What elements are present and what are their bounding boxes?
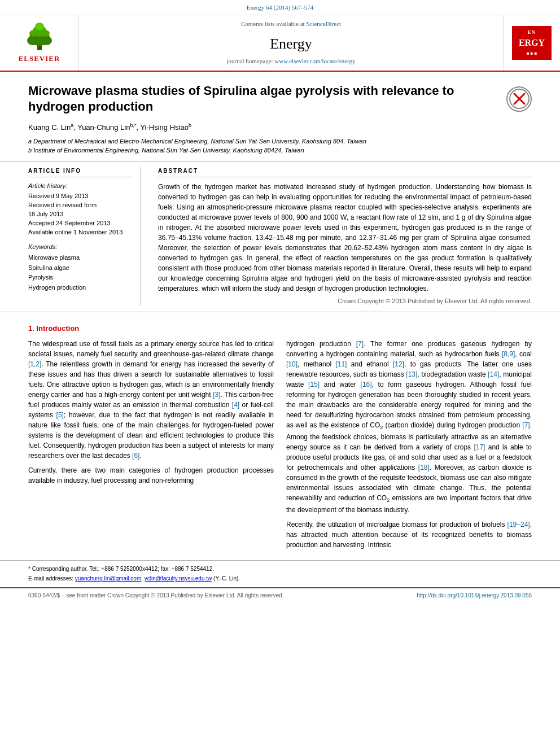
journal-bar: Energy 64 (2014) 567–574: [0, 0, 560, 15]
footer-doi[interactable]: http://dx.doi.org/10.1016/j.energy.2013.…: [417, 592, 532, 600]
two-col-section: ARTICLE INFO Article history: Received 9…: [0, 161, 560, 312]
abstract-title: ABSTRACT: [158, 167, 532, 178]
corresponding-footnote: * Corresponding author. Tel.: +886 7 525…: [28, 565, 532, 574]
abstract-text: Growth of the hydrogen market has motiva…: [158, 182, 532, 294]
svg-point-5: [29, 30, 38, 37]
energy-badge: EN ERGY ■ ■ ■: [512, 26, 552, 60]
history-label: Article history:: [28, 182, 133, 191]
page: Energy 64 (2014) 567–574 ELSEVIER: [0, 0, 560, 747]
email1-link[interactable]: yuanchung.lin@gmail.com: [75, 575, 141, 582]
header-center: Contents lists available at ScienceDirec…: [79, 15, 504, 71]
keyword-3: Pyrolysis: [28, 273, 133, 283]
copyright-line: Crown Copyright © 2013 Published by Else…: [158, 297, 532, 306]
received-date: Received 9 May 2013: [28, 192, 133, 201]
affiliations: a Department of Mechanical and Electro-M…: [28, 137, 497, 155]
journal-citation: Energy 64 (2014) 567–574: [247, 4, 314, 11]
crossmark-icon: [509, 88, 530, 110]
available-date: Available online 1 November 2013: [28, 228, 133, 237]
journal-homepage: journal homepage: www.elsevier.com/locat…: [226, 57, 355, 66]
revised-date: 18 July 2013: [28, 210, 133, 219]
affiliation-b: b Institute of Environmental Engineering…: [28, 146, 497, 155]
elsevier-wordmark: ELSEVIER: [19, 54, 60, 64]
svg-point-6: [41, 30, 50, 37]
col2-para2: Recently, the utilization of microalgae …: [286, 519, 532, 550]
header-section: ELSEVIER Contents lists available at Sci…: [0, 15, 560, 72]
received-revised-label: Received in revised form: [28, 201, 133, 210]
email2-link[interactable]: yclin@faculty.nsysu.edu.tw: [145, 575, 212, 582]
email-footnote: E-mail addresses: yuanchung.lin@gmail.co…: [28, 575, 532, 583]
col1-para1: The widespread use of fossil fuels as a …: [28, 339, 274, 461]
article-info-column: ARTICLE INFO Article history: Received 9…: [28, 167, 141, 306]
main-body: 1. Introduction The widespread use of fo…: [0, 312, 560, 560]
keywords-list: Microwave plasma Spirulina algae Pyrolys…: [28, 253, 133, 292]
authors-line: Kuang C. Lina, Yuan-Chung Linb,*, Yi-Hsi…: [28, 122, 497, 133]
col2-para1: hydrogen production [7]. The former one …: [286, 339, 532, 515]
article-title: Microwave plasma studies of Spirulina al…: [28, 83, 497, 115]
footer-bar: 0360-5442/$ – see front matter Crown Cop…: [0, 587, 560, 604]
svg-point-7: [35, 23, 44, 30]
homepage-link[interactable]: www.elsevier.com/locate/energy: [274, 58, 355, 64]
keyword-2: Spirulina algae: [28, 263, 133, 273]
article-title-section: Microwave plasma studies of Spirulina al…: [0, 72, 560, 161]
body-col-left: The widespread use of fossil fuels as a …: [28, 339, 274, 554]
header-left: ELSEVIER: [0, 15, 79, 71]
crossmark-badge[interactable]: [506, 86, 532, 112]
keywords-label: Keywords:: [28, 243, 133, 252]
sciencedirect-link[interactable]: ScienceDirect: [306, 20, 341, 27]
abstract-column: ABSTRACT Growth of the hydrogen market h…: [152, 167, 532, 306]
keyword-1: Microwave plasma: [28, 253, 133, 263]
email-label: E-mail addresses:: [28, 575, 73, 582]
section1-title: 1. Introduction: [28, 324, 532, 334]
svg-point-2: [27, 36, 38, 45]
footnotes-area: * Corresponding author. Tel.: +886 7 525…: [0, 560, 560, 587]
footer-issn: 0360-5442/$ – see front matter Crown Cop…: [28, 592, 284, 600]
elsevier-logo: ELSEVIER: [17, 21, 62, 64]
article-info-title: ARTICLE INFO: [28, 167, 133, 178]
svg-point-3: [41, 36, 52, 45]
keyword-4: Hydrogen production: [28, 283, 133, 293]
col1-para2: Currently, there are two main categories…: [28, 465, 274, 486]
email-suffix: (Y.-C. Lin).: [213, 575, 240, 582]
accepted-date: Accepted 24 September 2013: [28, 219, 133, 228]
elsevier-tree-icon: [17, 21, 62, 52]
affiliation-a: a Department of Mechanical and Electro-M…: [28, 137, 497, 146]
journal-title-header: Energy: [270, 33, 312, 55]
sciencedirect-line: Contents lists available at ScienceDirec…: [241, 20, 341, 29]
body-col-right: hydrogen production [7]. The former one …: [286, 339, 532, 554]
header-right: EN ERGY ■ ■ ■: [504, 15, 560, 71]
body-two-col: The widespread use of fossil fuels as a …: [28, 339, 532, 554]
